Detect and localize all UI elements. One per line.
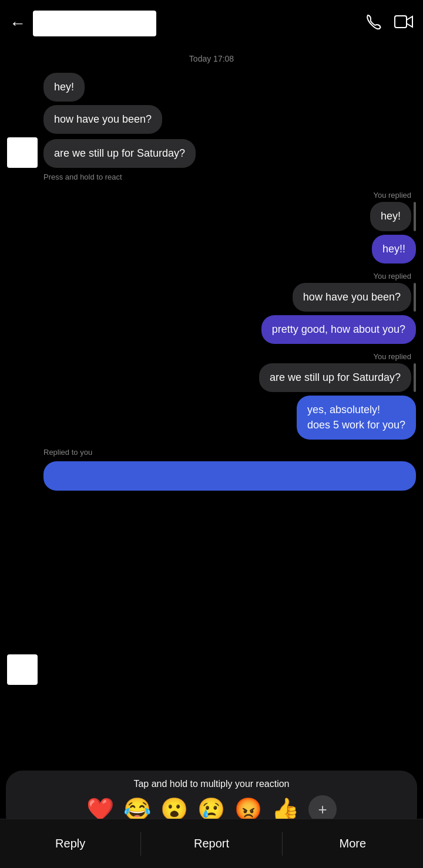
overlay-dim bbox=[0, 729, 423, 765]
avatar bbox=[7, 137, 38, 168]
header-icons bbox=[364, 13, 414, 35]
you-replied-label: You replied bbox=[0, 347, 423, 363]
message-row: are we still up for Saturday? bbox=[0, 363, 423, 392]
message-row: are we still up for Saturday? bbox=[0, 137, 423, 168]
bottom-bar: Reply Report More bbox=[0, 819, 423, 868]
more-button[interactable]: More bbox=[283, 819, 423, 868]
chat-area: Today 17:08 hey! how have you been? are … bbox=[0, 47, 423, 491]
replied-to-you-label: Replied to you bbox=[0, 443, 423, 459]
message-row: yes, absolutely! does 5 work for you? bbox=[0, 396, 423, 439]
message-row: how have you been? bbox=[0, 105, 423, 134]
header: ← bbox=[0, 0, 423, 47]
outgoing-reply-bubble: hey! bbox=[370, 202, 411, 231]
message-row: pretty good, how about you? bbox=[0, 315, 423, 344]
right-line bbox=[414, 363, 416, 392]
right-line bbox=[414, 202, 416, 231]
right-line bbox=[414, 283, 416, 312]
reaction-tooltip: Tap and hold to multiply your reaction bbox=[133, 779, 289, 789]
message-row: hey! bbox=[0, 202, 423, 231]
video-call-icon[interactable] bbox=[394, 13, 414, 35]
bottom-avatar bbox=[7, 654, 38, 685]
reply-button[interactable]: Reply bbox=[0, 819, 140, 868]
message-row: hey! bbox=[0, 73, 423, 102]
contact-name-block bbox=[33, 11, 156, 36]
call-icon[interactable] bbox=[364, 13, 382, 35]
outgoing-reply-bubble: how have you been? bbox=[293, 283, 411, 312]
press-hold-hint: Press and hold to react bbox=[0, 171, 423, 186]
message-row: hey!! bbox=[0, 235, 423, 264]
outgoing-main-bubble: hey!! bbox=[372, 235, 416, 264]
outgoing-main-bubble: pretty good, how about you? bbox=[261, 315, 416, 344]
incoming-bubble: are we still up for Saturday? bbox=[43, 139, 196, 168]
outgoing-main-bubble-blue: yes, absolutely! does 5 work for you? bbox=[297, 396, 416, 439]
you-replied-label: You replied bbox=[0, 186, 423, 202]
back-button[interactable]: ← bbox=[9, 14, 26, 33]
timestamp: Today 17:08 bbox=[0, 47, 423, 73]
reaction-overlay: Tap and hold to multiply your reaction ❤… bbox=[0, 729, 423, 868]
incoming-bubble: how have you been? bbox=[43, 105, 162, 134]
incoming-bubble: hey! bbox=[43, 73, 85, 102]
outgoing-reply-bubble: are we still up for Saturday? bbox=[259, 363, 411, 392]
svg-rect-0 bbox=[395, 16, 407, 28]
partial-bubble bbox=[43, 461, 416, 491]
report-button[interactable]: Report bbox=[141, 819, 281, 868]
you-replied-label: You replied bbox=[0, 267, 423, 283]
message-row: how have you been? bbox=[0, 283, 423, 312]
